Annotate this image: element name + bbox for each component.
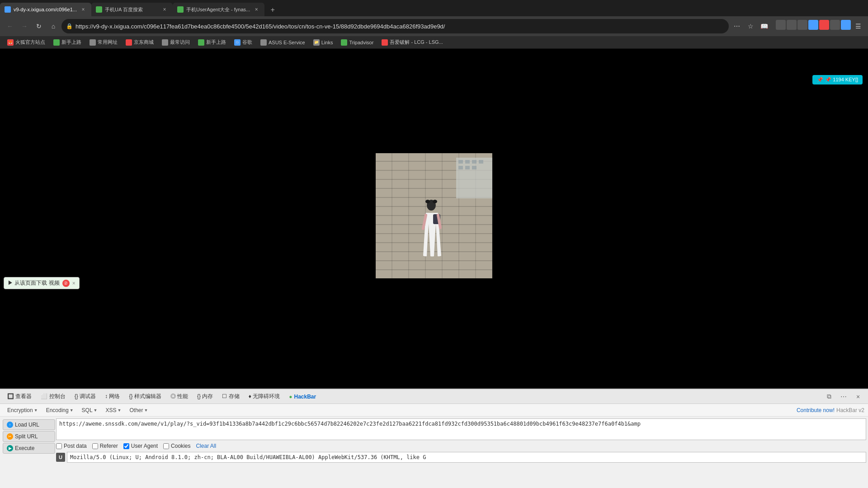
- tab-close-3[interactable]: ×: [253, 6, 260, 13]
- bookmark-tripadvisor[interactable]: Tripadvisor: [337, 38, 377, 47]
- devtools-tab-memory[interactable]: {} 内存: [193, 391, 217, 402]
- tab-title-1: v9-dy-x.ixigua.com/c096e1...: [14, 7, 77, 12]
- hackbar-version: HackBar v2: [836, 407, 864, 413]
- devtools-tab-performance[interactable]: ◎ 性能: [167, 391, 192, 402]
- back-button[interactable]: ←: [4, 20, 16, 33]
- bookmark-asus[interactable]: ASUS E-Service: [257, 38, 309, 47]
- hackbar-menu-xss[interactable]: XSS ▼: [102, 406, 125, 414]
- tab-1[interactable]: v9-dy-x.ixigua.com/c096e1... ×: [0, 3, 91, 16]
- tab-bar: v9-dy-x.ixigua.com/c096e1... × 手机UA 百度搜索…: [0, 0, 868, 16]
- toolbar-btn-7[interactable]: [841, 20, 851, 30]
- hackbar-menu-encryption[interactable]: Encryption ▼: [4, 406, 42, 414]
- refresh-button[interactable]: ↻: [33, 20, 45, 33]
- svg-rect-13: [472, 166, 476, 169]
- hackbar-main-content: ↑ Load URL ✂ Split URL ▶ Execute https:/…: [0, 417, 868, 488]
- bookmark-newbie[interactable]: 新手上路: [50, 38, 85, 47]
- user-agent-checkbox-label[interactable]: User Agent: [123, 443, 158, 449]
- devtools-tab-accessibility[interactable]: ♦ 无障碍环境: [245, 391, 283, 402]
- devtools-tab-hackbar[interactable]: ● HackBar: [285, 392, 320, 401]
- url-input[interactable]: https://aweme.snssdk.com/aweme/v1/play/?…: [56, 418, 866, 440]
- bookmark-icon-google: G: [234, 39, 241, 46]
- key-icon: 📌: [817, 77, 823, 83]
- devtools-more-button[interactable]: ⋯: [837, 390, 850, 403]
- video-container: [376, 115, 492, 323]
- execute-button[interactable]: ▶ Execute: [3, 443, 55, 454]
- devtools-tab-style-editor[interactable]: {} 样式编辑器: [125, 391, 165, 402]
- encoding-chevron: ▼: [70, 408, 74, 413]
- cookies-checkbox[interactable]: [163, 443, 169, 449]
- bookmark-icon-jd: [126, 39, 132, 46]
- bookmark-common[interactable]: 常用网址: [86, 38, 121, 47]
- cookies-checkbox-label[interactable]: Cookies: [163, 443, 190, 449]
- split-url-button[interactable]: ✂ Split URL: [3, 431, 55, 442]
- user-agent-checkbox[interactable]: [123, 443, 129, 449]
- key-counter-button[interactable]: 📌 📌 1194 KEY[]: [812, 75, 863, 84]
- more-options-button[interactable]: ⋯: [731, 20, 743, 33]
- bookmarks-bar: 🦊 火狐官方站点 新手上路 常用网址 京东商城 最常访问 新手上路 G 谷歌: [0, 36, 868, 49]
- bookmark-icon-tripadvisor: [341, 39, 347, 46]
- toolbar-btn-1[interactable]: [776, 20, 786, 30]
- nav-right-buttons: ⋯ ☆ 📖: [731, 20, 770, 33]
- browser-frame: v9-dy-x.ixigua.com/c096e1... × 手机UA 百度搜索…: [0, 0, 868, 488]
- devtools-close-button[interactable]: ×: [852, 390, 864, 403]
- download-label[interactable]: ▶ 从该页面下载 视频: [8, 279, 60, 287]
- download-close[interactable]: ×: [72, 280, 75, 286]
- tab-title-3: 手机UserAgent大全 - fynas...: [186, 6, 250, 13]
- svg-rect-7: [458, 160, 463, 164]
- load-url-button[interactable]: ↑ Load URL: [3, 419, 55, 430]
- tab-3[interactable]: 手机UserAgent大全 - fynas... ×: [173, 3, 264, 16]
- video-black-top: [376, 115, 492, 153]
- toolbar-btn-5[interactable]: [819, 20, 829, 30]
- contribute-link[interactable]: Contribute now!: [797, 407, 835, 413]
- devtools-tab-debugger[interactable]: {} 调试器: [71, 391, 99, 402]
- svg-point-2: [433, 200, 437, 203]
- sql-label: SQL: [82, 407, 93, 413]
- reader-mode-button[interactable]: 📖: [758, 20, 770, 33]
- devtools-tab-inspector[interactable]: 🔲 查看器: [4, 391, 35, 402]
- tab-title-2: 手机UA 百度搜索: [105, 6, 158, 13]
- devtools-tab-storage[interactable]: ☐ 存储: [218, 391, 243, 402]
- bookmark-frequent[interactable]: 最常访问: [158, 38, 193, 47]
- tab-close-1[interactable]: ×: [80, 6, 87, 13]
- hackbar-menu-bar: Encryption ▼ Encoding ▼ SQL ▼ XSS ▼ Othe…: [0, 404, 868, 417]
- forward-button[interactable]: →: [18, 20, 31, 33]
- execute-icon: ▶: [7, 445, 13, 451]
- referer-checkbox[interactable]: [92, 443, 98, 449]
- devtools-toolbar: 🔲 查看器 ⬜ 控制台 {} 调试器 ↕ 网络 {} 样式编辑器 ◎ 性能 {}…: [0, 389, 868, 404]
- hackbar-menu-encoding[interactable]: Encoding ▼: [42, 406, 77, 414]
- address-bar-container[interactable]: 🔒: [61, 19, 729, 33]
- svg-rect-10: [479, 160, 483, 164]
- devtools-dock-button[interactable]: ⧉: [823, 390, 835, 403]
- clear-all-button[interactable]: Clear All: [196, 443, 216, 449]
- bookmark-firefox[interactable]: 🦊 火狐官方站点: [4, 38, 49, 47]
- home-button[interactable]: ⌂: [47, 20, 60, 33]
- post-data-checkbox-label[interactable]: Post data: [56, 443, 87, 449]
- bookmark-jd[interactable]: 京东商城: [122, 38, 157, 47]
- menu-button[interactable]: ☰: [852, 20, 864, 33]
- toolbar-btn-2[interactable]: [787, 20, 797, 30]
- figure-silhouette: [418, 197, 445, 278]
- user-agent-input[interactable]: [67, 452, 866, 463]
- toolbar-btn-6[interactable]: [830, 20, 840, 30]
- tab-2[interactable]: 手机UA 百度搜索 ×: [91, 3, 173, 16]
- address-input[interactable]: [75, 23, 724, 30]
- bookmark-newbie2[interactable]: 新手上路: [194, 38, 230, 47]
- bookmark-google[interactable]: G 谷歌: [231, 38, 256, 47]
- new-tab-button[interactable]: +: [266, 4, 279, 16]
- ua-label: U: [56, 453, 65, 462]
- referer-checkbox-label[interactable]: Referer: [92, 443, 118, 449]
- execute-label: Execute: [15, 445, 34, 451]
- split-url-label: Split URL: [15, 433, 38, 440]
- bookmark-links[interactable]: 📁 Links: [310, 38, 337, 47]
- hackbar-menu-sql[interactable]: SQL ▼: [78, 406, 101, 414]
- toolbar-btn-3[interactable]: [797, 20, 807, 30]
- bookmark-button[interactable]: ☆: [744, 20, 757, 33]
- tab-close-2[interactable]: ×: [161, 6, 168, 13]
- bookmark-icon-links: 📁: [313, 39, 320, 46]
- post-data-checkbox[interactable]: [56, 443, 62, 449]
- devtools-tab-network[interactable]: ↕ 网络: [101, 391, 123, 402]
- bookmark-52pojie[interactable]: 吾爱破解 - LCG - LSG...: [378, 38, 446, 47]
- hackbar-menu-other[interactable]: Other ▼: [126, 406, 151, 414]
- toolbar-btn-4[interactable]: [808, 20, 818, 30]
- devtools-tab-console[interactable]: ⬜ 控制台: [37, 391, 69, 402]
